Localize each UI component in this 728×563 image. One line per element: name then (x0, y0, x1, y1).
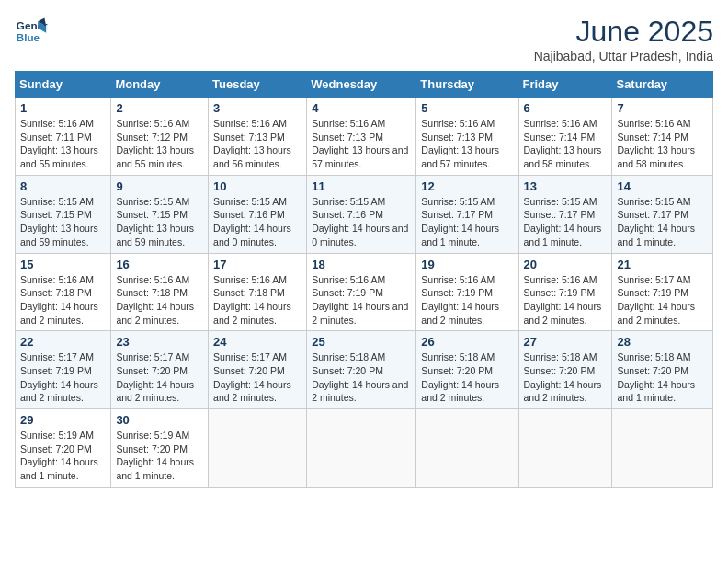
calendar-cell: 16 Sunrise: 5:16 AMSunset: 7:18 PMDaylig… (111, 253, 209, 331)
calendar-cell (612, 409, 713, 488)
location-title: Najibabad, Uttar Pradesh, India (534, 49, 713, 63)
calendar-cell: 1 Sunrise: 5:16 AMSunset: 7:11 PMDayligh… (16, 98, 111, 176)
calendar-cell: 7 Sunrise: 5:16 AMSunset: 7:14 PMDayligh… (612, 98, 713, 176)
day-number: 12 (421, 179, 513, 193)
calendar-cell: 26 Sunrise: 5:18 AMSunset: 7:20 PMDaylig… (416, 331, 518, 409)
calendar-cell: 8 Sunrise: 5:15 AMSunset: 7:15 PMDayligh… (16, 175, 111, 253)
month-title: June 2025 (534, 15, 713, 49)
day-info: Sunrise: 5:16 AMSunset: 7:14 PMDaylight:… (617, 118, 695, 169)
day-number: 23 (116, 335, 203, 349)
day-info: Sunrise: 5:18 AMSunset: 7:20 PMDaylight:… (421, 351, 499, 403)
day-info: Sunrise: 5:15 AMSunset: 7:16 PMDaylight:… (312, 196, 408, 247)
calendar-cell: 19 Sunrise: 5:16 AMSunset: 7:19 PMDaylig… (416, 253, 518, 331)
day-info: Sunrise: 5:16 AMSunset: 7:14 PMDaylight:… (524, 118, 602, 169)
calendar-cell: 13 Sunrise: 5:15 AMSunset: 7:17 PMDaylig… (518, 175, 612, 253)
calendar-cell: 24 Sunrise: 5:17 AMSunset: 7:20 PMDaylig… (209, 331, 307, 409)
day-number: 15 (20, 258, 106, 271)
calendar-cell: 4 Sunrise: 5:16 AMSunset: 7:13 PMDayligh… (307, 98, 416, 176)
day-number: 20 (524, 258, 608, 271)
day-info: Sunrise: 5:17 AMSunset: 7:19 PMDaylight:… (617, 274, 695, 326)
day-info: Sunrise: 5:16 AMSunset: 7:19 PMDaylight:… (421, 274, 499, 326)
day-info: Sunrise: 5:16 AMSunset: 7:19 PMDaylight:… (524, 274, 602, 326)
calendar-cell: 6 Sunrise: 5:16 AMSunset: 7:14 PMDayligh… (518, 98, 612, 176)
day-info: Sunrise: 5:18 AMSunset: 7:20 PMDaylight:… (617, 351, 695, 403)
day-info: Sunrise: 5:19 AMSunset: 7:20 PMDaylight:… (20, 430, 98, 481)
day-info: Sunrise: 5:15 AMSunset: 7:15 PMDaylight:… (116, 196, 194, 247)
calendar-cell: 11 Sunrise: 5:15 AMSunset: 7:16 PMDaylig… (307, 175, 416, 253)
calendar-cell: 12 Sunrise: 5:15 AMSunset: 7:17 PMDaylig… (416, 175, 518, 253)
day-info: Sunrise: 5:15 AMSunset: 7:17 PMDaylight:… (421, 196, 499, 247)
calendar-cell: 23 Sunrise: 5:17 AMSunset: 7:20 PMDaylig… (111, 331, 209, 409)
day-number: 24 (213, 335, 301, 349)
calendar-week-2: 8 Sunrise: 5:15 AMSunset: 7:15 PMDayligh… (16, 175, 713, 253)
calendar-cell: 15 Sunrise: 5:16 AMSunset: 7:18 PMDaylig… (16, 253, 111, 331)
day-info: Sunrise: 5:16 AMSunset: 7:19 PMDaylight:… (312, 274, 408, 326)
calendar-cell: 30 Sunrise: 5:19 AMSunset: 7:20 PMDaylig… (111, 409, 209, 488)
day-number: 30 (116, 413, 203, 427)
day-number: 29 (20, 413, 106, 427)
day-number: 21 (617, 258, 708, 271)
day-number: 3 (213, 101, 301, 115)
day-number: 13 (524, 179, 608, 193)
day-info: Sunrise: 5:15 AMSunset: 7:17 PMDaylight:… (617, 196, 695, 247)
day-info: Sunrise: 5:17 AMSunset: 7:20 PMDaylight:… (116, 351, 194, 403)
day-info: Sunrise: 5:15 AMSunset: 7:17 PMDaylight:… (524, 196, 602, 247)
calendar-cell (307, 409, 416, 488)
day-number: 7 (617, 101, 708, 115)
day-number: 17 (213, 258, 301, 271)
calendar-cell: 18 Sunrise: 5:16 AMSunset: 7:19 PMDaylig… (307, 253, 416, 331)
day-number: 11 (312, 179, 411, 193)
svg-text:Blue: Blue (17, 31, 40, 43)
day-number: 16 (116, 258, 203, 271)
calendar-cell (416, 409, 518, 488)
day-info: Sunrise: 5:17 AMSunset: 7:19 PMDaylight:… (20, 351, 98, 403)
title-area: June 2025 Najibabad, Uttar Pradesh, Indi… (534, 15, 713, 63)
calendar-week-4: 22 Sunrise: 5:17 AMSunset: 7:19 PMDaylig… (16, 331, 713, 409)
day-number: 26 (421, 335, 513, 349)
calendar-cell: 3 Sunrise: 5:16 AMSunset: 7:13 PMDayligh… (209, 98, 307, 176)
calendar-cell: 27 Sunrise: 5:18 AMSunset: 7:20 PMDaylig… (518, 331, 612, 409)
day-number: 28 (617, 335, 708, 349)
weekday-header-monday: Monday (111, 72, 209, 98)
weekday-header-saturday: Saturday (612, 72, 713, 98)
weekday-header-sunday: Sunday (16, 72, 111, 98)
weekday-header-thursday: Thursday (416, 72, 518, 98)
calendar-cell: 21 Sunrise: 5:17 AMSunset: 7:19 PMDaylig… (612, 253, 713, 331)
calendar-cell: 29 Sunrise: 5:19 AMSunset: 7:20 PMDaylig… (16, 409, 111, 488)
day-number: 25 (312, 335, 411, 349)
day-info: Sunrise: 5:17 AMSunset: 7:20 PMDaylight:… (213, 351, 291, 403)
calendar-week-1: 1 Sunrise: 5:16 AMSunset: 7:11 PMDayligh… (16, 98, 713, 176)
day-number: 2 (116, 101, 203, 115)
day-info: Sunrise: 5:19 AMSunset: 7:20 PMDaylight:… (116, 430, 194, 481)
header: General Blue June 2025 Najibabad, Uttar … (15, 15, 713, 63)
weekday-header-wednesday: Wednesday (307, 72, 416, 98)
day-info: Sunrise: 5:15 AMSunset: 7:15 PMDaylight:… (20, 196, 98, 247)
logo: General Blue (15, 15, 48, 48)
weekday-header-row: SundayMondayTuesdayWednesdayThursdayFrid… (16, 72, 713, 98)
day-info: Sunrise: 5:16 AMSunset: 7:13 PMDaylight:… (213, 118, 291, 169)
day-info: Sunrise: 5:16 AMSunset: 7:13 PMDaylight:… (312, 118, 408, 169)
day-number: 27 (524, 335, 608, 349)
calendar-cell: 10 Sunrise: 5:15 AMSunset: 7:16 PMDaylig… (209, 175, 307, 253)
calendar-week-3: 15 Sunrise: 5:16 AMSunset: 7:18 PMDaylig… (16, 253, 713, 331)
weekday-header-tuesday: Tuesday (209, 72, 307, 98)
day-number: 22 (20, 335, 106, 349)
calendar-cell: 28 Sunrise: 5:18 AMSunset: 7:20 PMDaylig… (612, 331, 713, 409)
calendar-cell: 20 Sunrise: 5:16 AMSunset: 7:19 PMDaylig… (518, 253, 612, 331)
day-number: 18 (312, 258, 411, 271)
day-number: 14 (617, 179, 708, 193)
day-number: 6 (524, 101, 608, 115)
calendar-cell: 5 Sunrise: 5:16 AMSunset: 7:13 PMDayligh… (416, 98, 518, 176)
calendar-cell: 9 Sunrise: 5:15 AMSunset: 7:15 PMDayligh… (111, 175, 209, 253)
calendar-cell: 2 Sunrise: 5:16 AMSunset: 7:12 PMDayligh… (111, 98, 209, 176)
weekday-header-friday: Friday (518, 72, 612, 98)
day-info: Sunrise: 5:16 AMSunset: 7:13 PMDaylight:… (421, 118, 499, 169)
day-info: Sunrise: 5:16 AMSunset: 7:18 PMDaylight:… (20, 274, 98, 326)
calendar-cell (518, 409, 612, 488)
day-info: Sunrise: 5:16 AMSunset: 7:18 PMDaylight:… (213, 274, 291, 326)
logo-icon: General Blue (15, 15, 48, 48)
day-number: 10 (213, 179, 301, 193)
calendar-table: SundayMondayTuesdayWednesdayThursdayFrid… (15, 71, 713, 488)
day-info: Sunrise: 5:16 AMSunset: 7:18 PMDaylight:… (116, 274, 194, 326)
calendar-week-5: 29 Sunrise: 5:19 AMSunset: 7:20 PMDaylig… (16, 409, 713, 488)
